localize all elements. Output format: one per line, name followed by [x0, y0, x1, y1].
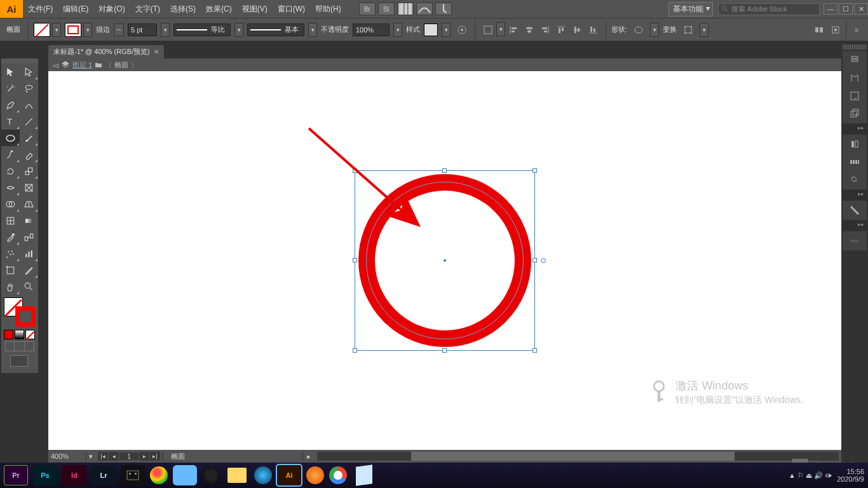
align-right-icon[interactable] [538, 22, 553, 37]
pie-widget[interactable] [541, 258, 546, 263]
window-maximize[interactable]: ☐ [839, 3, 853, 15]
artboard-tool[interactable] [1, 262, 20, 278]
handle-br[interactable] [532, 348, 537, 353]
first-artboard[interactable]: |◂ [98, 452, 108, 461]
fill-swatch[interactable] [34, 23, 50, 37]
stroke-dropdown[interactable]: ▾ [83, 23, 92, 37]
taskbar-app-blue[interactable] [173, 465, 197, 485]
draw-inside[interactable] [25, 341, 34, 351]
slice-tool[interactable] [20, 262, 38, 278]
menu-type[interactable]: 文字(T) [130, 0, 165, 18]
zoom-tool[interactable] [20, 278, 38, 295]
align-left-icon[interactable] [506, 22, 521, 37]
taskbar-illustrator[interactable]: Ai [277, 465, 301, 485]
rp-collapse-1[interactable]: ▸▸ [843, 125, 867, 133]
mesh-tool[interactable] [1, 212, 20, 229]
taskbar-quicktime[interactable] [254, 466, 272, 484]
rp-collapse-2[interactable]: ▸▸ [843, 191, 867, 200]
lasso-tool[interactable] [20, 80, 38, 97]
properties-panel-icon[interactable] [846, 53, 863, 67]
close-tab-icon[interactable]: ✕ [154, 48, 159, 55]
h-scrollbar[interactable] [317, 452, 839, 461]
hand-tool[interactable] [1, 278, 20, 295]
opacity-dropdown[interactable]: ▾ [393, 23, 402, 37]
color-guide-icon[interactable] [846, 155, 863, 169]
document-canvas[interactable]: 激活 Windows 转到"电脑设置"以激活 Windows。 [48, 71, 841, 450]
isolate2-icon[interactable] [828, 22, 843, 37]
symbol-spray-tool[interactable] [1, 245, 20, 262]
fill-dropdown[interactable]: ▾ [52, 23, 61, 37]
stock-button[interactable]: St [378, 3, 395, 15]
window-close[interactable]: ✕ [854, 3, 868, 15]
touch-icon[interactable] [435, 3, 452, 15]
curvature-tool[interactable] [20, 97, 38, 113]
taskbar-firefox[interactable] [306, 466, 324, 484]
crumb-shape-name[interactable]: 椭圆 [114, 60, 128, 70]
style-dropdown[interactable]: ▾ [442, 23, 451, 37]
eyedropper-tool[interactable] [1, 229, 20, 245]
crumb-layer-label[interactable]: 图层 1 [72, 60, 92, 70]
stroke-weight-field[interactable] [128, 24, 157, 36]
shape-props-icon[interactable] [631, 22, 646, 37]
align-top-icon[interactable] [553, 22, 569, 37]
menu-view[interactable]: 视图(V) [237, 0, 273, 18]
rp-collapse-3[interactable]: ▸▸ [843, 221, 867, 230]
shaper-tool[interactable] [1, 146, 20, 163]
handle-tl[interactable] [353, 168, 357, 173]
color-mode-none[interactable] [25, 330, 35, 339]
fill-stroke-indicator[interactable] [4, 297, 36, 327]
color-panel-icon[interactable] [846, 137, 863, 151]
last-artboard[interactable]: ▸| [150, 452, 160, 461]
stroke-panel-icon[interactable] [846, 203, 863, 217]
search-stock-field[interactable]: 搜索 Adobe Stock [718, 3, 820, 15]
shape-builder-tool[interactable] [1, 196, 20, 212]
draw-normal[interactable] [5, 341, 15, 351]
transform-dropdown[interactable]: ▾ [700, 23, 709, 37]
isolate-icon[interactable] [811, 22, 827, 37]
graph-tool[interactable] [20, 245, 38, 262]
bridge-button[interactable]: Br [359, 3, 376, 15]
color-mode-color[interactable] [4, 330, 13, 339]
taskbar-app-ball[interactable] [150, 466, 168, 484]
gpu-preview-icon[interactable] [416, 3, 433, 15]
taskbar-video[interactable] [121, 465, 145, 485]
workspace-switcher[interactable]: 基本功能 [668, 2, 713, 17]
menu-effect[interactable]: 效果(C) [201, 0, 237, 18]
opacity-field[interactable] [353, 24, 390, 36]
magic-wand-tool[interactable] [1, 80, 20, 97]
layers-panel-icon[interactable] [846, 107, 863, 121]
fill-swatch-group[interactable]: ▾ [34, 23, 61, 37]
stroke-chip[interactable] [15, 306, 36, 327]
next-artboard[interactable]: ▸ [139, 452, 149, 461]
libraries-panel-icon[interactable] [846, 71, 863, 85]
arrange-docs-icon[interactable] [397, 3, 414, 15]
handle-bl[interactable] [353, 348, 357, 353]
handle-t[interactable] [442, 168, 447, 173]
direct-select-tool[interactable] [20, 64, 38, 80]
tray-icons[interactable]: ▲ ⚐ ⏏ 🔊 🕪 [789, 471, 832, 480]
menu-help[interactable]: 帮助(H) [310, 0, 346, 18]
swatches-panel-icon[interactable] [846, 234, 863, 248]
zoom-field[interactable]: 400% [48, 452, 86, 460]
width-tool[interactable] [1, 179, 20, 196]
color-mode-gradient[interactable] [15, 330, 24, 339]
align-doc-icon[interactable] [480, 22, 496, 37]
shape-props-drop[interactable]: ▾ [650, 23, 659, 37]
zoom-dropdown[interactable]: ▾ [86, 452, 95, 461]
taskbar-photoshop[interactable]: Ps [33, 465, 57, 485]
selection-tool[interactable] [1, 64, 20, 80]
transform-icon[interactable] [681, 22, 696, 37]
stroke-weight-dropdown[interactable]: ▾ [161, 23, 170, 37]
rotate-tool[interactable] [1, 163, 20, 179]
document-tab[interactable]: 未标题-1* @ 400% (RGB/预览) ✕ [48, 45, 164, 58]
brush-dropdown[interactable]: ▾ [308, 23, 317, 37]
recolor-icon[interactable] [454, 22, 470, 37]
handle-tr[interactable] [532, 168, 537, 173]
stroke-swatch[interactable] [65, 23, 81, 37]
handle-l[interactable] [353, 258, 357, 262]
status-menu[interactable]: ▸ [303, 452, 315, 461]
align-hc-icon[interactable] [522, 22, 537, 37]
symbols-panel-icon[interactable] [846, 173, 863, 187]
taskbar-indesign[interactable]: Id [62, 465, 86, 485]
taskbar-notepad[interactable] [352, 465, 376, 485]
